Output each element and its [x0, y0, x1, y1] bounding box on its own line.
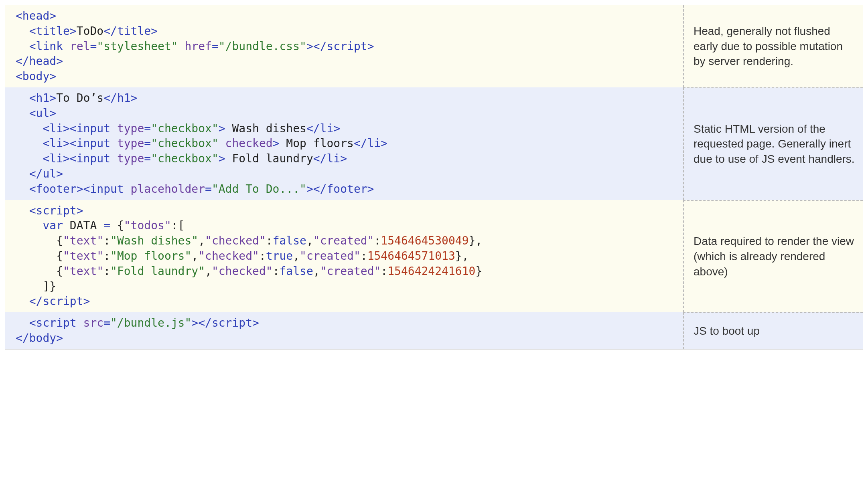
code-token: Fold laundry: [225, 152, 313, 165]
code-token: 1546464530049: [381, 234, 468, 247]
code-token: [16, 91, 29, 105]
code-token: var: [43, 219, 63, 232]
code-token: <li><input: [43, 122, 117, 135]
code-token: ,: [198, 234, 205, 247]
code-token: "/bundle.css": [219, 40, 306, 53]
code-token: type: [117, 152, 144, 165]
code-token: <script: [29, 204, 77, 217]
code-token: [16, 24, 29, 38]
description-column: Data required to render the view (which …: [683, 200, 863, 313]
code-token: <title>: [29, 24, 77, 38]
code-token: "created": [300, 249, 361, 263]
code-token: [16, 316, 29, 329]
code-token: [16, 204, 29, 217]
code-token: </ul>: [29, 167, 63, 180]
code-token: [16, 182, 29, 196]
code-token: </body>: [16, 331, 63, 345]
code-token: </li>: [313, 152, 347, 165]
code-token: ></footer>: [306, 182, 374, 196]
code-token: [16, 295, 29, 308]
code-token: [16, 234, 56, 247]
code-token: To Do’s: [56, 91, 103, 105]
code-line: <link rel="stylesheet" href="/bundle.css…: [16, 39, 683, 54]
code-token: [16, 249, 56, 263]
code-token: :: [103, 234, 110, 247]
code-token: <body>: [16, 70, 56, 83]
code-token: :: [266, 234, 273, 247]
code-token: =: [103, 316, 110, 329]
code-token: ]}: [43, 280, 56, 293]
code-token: },: [455, 249, 469, 263]
code-token: type: [117, 122, 144, 135]
code-token: {: [56, 234, 63, 247]
code-token: >: [83, 295, 90, 308]
code-token: },: [469, 234, 483, 247]
code-token: >: [273, 137, 280, 150]
code-token: {: [56, 265, 63, 278]
document-frame: <head> <title>ToDo</title> <link rel="st…: [5, 5, 863, 350]
section-row: <h1>To Do’s</h1> <ul> <li><input type="c…: [5, 87, 863, 200]
code-line: <ul>: [16, 106, 683, 121]
code-token: Wash dishes: [225, 122, 306, 135]
code-token: =: [144, 137, 151, 150]
code-line: </ul>: [16, 166, 683, 182]
code-token: "Mop floors": [110, 249, 191, 263]
code-line: {"text":"Fold laundry","checked":false,"…: [16, 264, 683, 279]
code-token: [178, 40, 185, 53]
code-line: <h1>To Do’s</h1>: [16, 91, 683, 106]
code-token: :: [103, 249, 110, 263]
code-token: type: [117, 137, 144, 150]
code-token: <script: [29, 316, 83, 329]
code-token: ,: [313, 265, 320, 278]
code-token: "text": [63, 249, 103, 263]
code-token: {: [117, 219, 124, 232]
code-token: <footer><input: [29, 182, 131, 196]
code-token: "created": [313, 234, 374, 247]
code-token: "Add To Do...": [212, 182, 306, 196]
code-token: :: [273, 265, 280, 278]
code-line: <script>: [16, 203, 683, 218]
code-token: "todos": [124, 219, 171, 232]
code-line: </head>: [16, 54, 683, 69]
code-token: ></script: [306, 40, 367, 53]
code-token: "text": [63, 234, 103, 247]
code-token: =: [144, 152, 151, 165]
code-line: <li><input type="checkbox" checked> Mop …: [16, 136, 683, 151]
code-line: <head>: [16, 8, 683, 24]
code-token: [16, 137, 43, 150]
code-line: {"text":"Wash dishes","checked":false,"c…: [16, 233, 683, 249]
code-token: "checked": [205, 234, 266, 247]
code-column: <script src="/bundle.js"></script></body…: [5, 312, 683, 349]
description-text: JS to boot up: [694, 323, 760, 339]
description-text: Static HTML version of the requested pag…: [694, 121, 855, 167]
code-line: </body>: [16, 331, 683, 346]
code-token: =: [90, 40, 97, 53]
code-token: ,: [191, 249, 198, 263]
description-text: Data required to render the view (which …: [694, 234, 855, 279]
code-token: <h1>: [29, 91, 56, 105]
code-token: =: [205, 182, 212, 196]
code-column: <h1>To Do’s</h1> <ul> <li><input type="c…: [5, 87, 683, 200]
code-line: ]}: [16, 279, 683, 294]
code-token: placeholder: [131, 182, 205, 196]
code-token: =: [144, 122, 151, 135]
code-token: "created": [320, 265, 381, 278]
code-token: 1546464571013: [367, 249, 455, 263]
code-token: [16, 107, 29, 120]
code-token: "checkbox": [151, 137, 219, 150]
code-token: </title>: [103, 24, 158, 38]
code-token: :: [374, 234, 381, 247]
code-token: <li><input: [43, 152, 117, 165]
code-token: <link: [29, 40, 70, 53]
code-token: </li>: [306, 122, 340, 135]
code-token: >: [219, 152, 225, 165]
code-line: <footer><input placeholder="Add To Do...…: [16, 182, 683, 197]
code-token: ,: [306, 234, 313, 247]
code-token: </li>: [354, 137, 387, 150]
code-token: <li><input: [43, 137, 117, 150]
code-token: }: [475, 265, 482, 278]
code-line: <body>: [16, 69, 683, 84]
code-token: ></script: [191, 316, 252, 329]
code-token: >: [367, 40, 374, 53]
code-token: >: [252, 316, 259, 329]
